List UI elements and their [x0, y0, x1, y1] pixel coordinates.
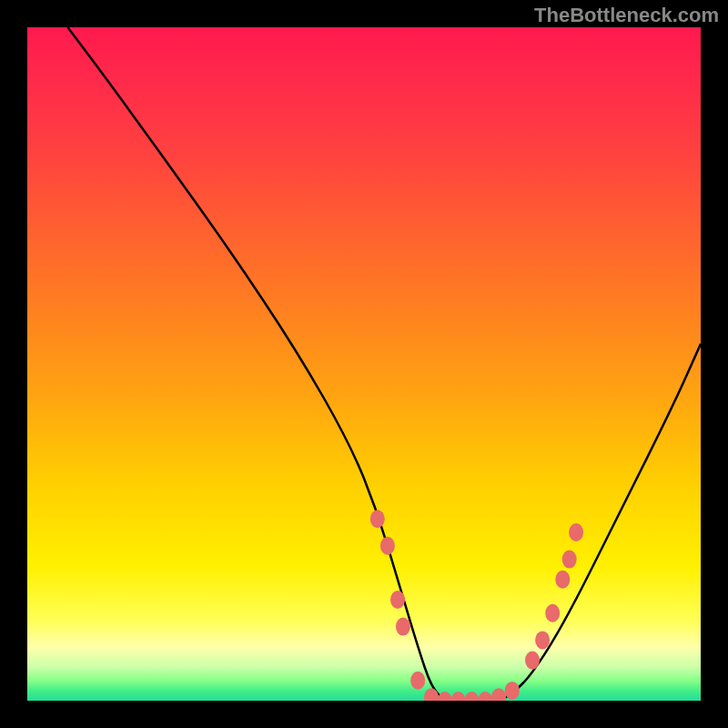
curve-marker: [491, 688, 506, 701]
curve-marker: [451, 692, 466, 701]
curve-marker: [525, 652, 540, 670]
curve-marker: [438, 692, 452, 701]
curve-marker: [410, 672, 425, 690]
curve-marker: [505, 682, 520, 700]
curve-marker: [569, 523, 583, 541]
curve-marker: [370, 510, 385, 528]
curve-marker: [535, 631, 550, 649]
curve-marker: [396, 618, 410, 636]
curve-marker: [464, 692, 479, 701]
curve-marker: [545, 604, 560, 622]
curve-marker: [555, 571, 570, 589]
bottleneck-curve: [67, 27, 701, 701]
chart-svg: [27, 27, 701, 701]
curve-marker: [562, 551, 577, 569]
chart-area: [27, 27, 701, 701]
curve-marker: [478, 692, 492, 701]
curve-marker: [424, 688, 439, 701]
curve-marker: [380, 537, 395, 555]
curve-markers: [370, 510, 583, 701]
curve-marker: [390, 591, 405, 609]
watermark-label: TheBottleneck.com: [534, 4, 719, 27]
